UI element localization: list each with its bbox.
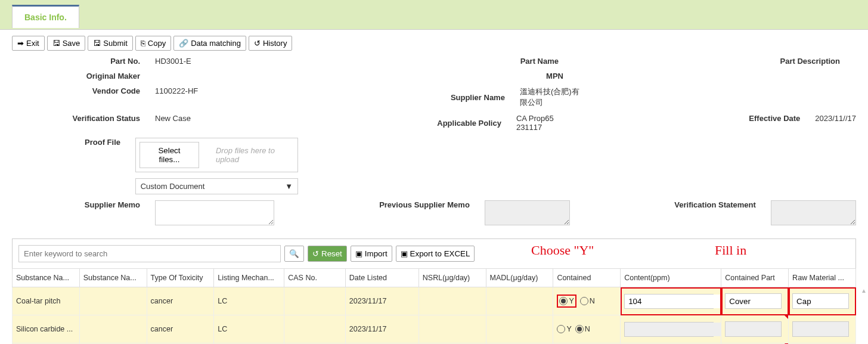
scroll-up-arrow[interactable]: ▲ [861, 287, 867, 294]
search-input[interactable] [18, 245, 281, 262]
label-part-no: Part No. [12, 57, 155, 66]
reset-button[interactable]: ↺Reset [308, 246, 347, 262]
supplier-memo-input[interactable] [155, 200, 274, 225]
value-supplier-name: 溫迪科技(合肥)有限公司 [520, 86, 584, 108]
col-listing-mechanism[interactable]: Listing Mechan... [214, 269, 284, 287]
cell-madl [486, 315, 553, 343]
cell-toxicity: cancer [147, 287, 214, 315]
import-button[interactable]: ▣Import [351, 246, 392, 262]
grid-header-row: Substance Na... Substance Na... Type Of … [13, 269, 856, 287]
link-icon: 🔗 [179, 39, 188, 48]
select-files-button[interactable]: Select files... [140, 142, 199, 168]
chevron-down-icon: ▼ [285, 182, 293, 191]
label-supplier-memo: Supplier Memo [12, 200, 155, 209]
col-contained[interactable]: Contained [553, 269, 621, 287]
form-area: Part No.HD3001-E Part Name Part Descript… [0, 57, 868, 238]
label-verification-status: Verification Status [12, 114, 155, 123]
content-ppm-input[interactable] [625, 295, 721, 308]
cell-toxicity: cancer [147, 315, 214, 343]
cell-mechanism: LC [214, 287, 284, 315]
label-applicable-policy: Applicable Policy [284, 119, 516, 128]
table-row: Coal-tar pitch cancer LC 2023/11/17 Y N … [13, 287, 856, 315]
search-button[interactable]: 🔍 [284, 246, 304, 262]
submit-icon: 🖫 [93, 39, 101, 48]
submit-button[interactable]: 🖫Submit [88, 36, 132, 51]
raw-material-input[interactable] [792, 293, 849, 309]
raw-material-input [792, 321, 849, 337]
upload-group: Select files... Drop files here to uploa… [135, 138, 298, 172]
content-ppm-input-wrap: ▲▼ [624, 294, 714, 309]
cell-madl [486, 287, 553, 315]
col-contained-part[interactable]: Contained Part [721, 269, 789, 287]
contained-part-input[interactable] [725, 293, 782, 309]
label-original-maker: Original Maker [12, 72, 155, 80]
radio-n[interactable] [580, 297, 588, 305]
cell-name2 [79, 315, 147, 343]
data-matching-button[interactable]: 🔗Data matching [173, 36, 246, 51]
tab-bar: Basic Info. [0, 0, 868, 30]
cell-nsrl [418, 315, 486, 343]
value-vendor-code: 1100222-HF [155, 86, 198, 95]
exit-button[interactable]: ➡Exit [12, 36, 45, 51]
table-row: Silicon carbide ... cancer LC 2023/11/17… [13, 315, 856, 343]
label-vendor-code: Vendor Code [12, 86, 155, 95]
col-date-listed[interactable]: Date Listed [345, 269, 418, 287]
export-icon: ▣ [401, 249, 408, 258]
col-cas-no[interactable]: CAS No. [284, 269, 346, 287]
copy-icon: ⎘ [141, 39, 145, 48]
col-nsrl[interactable]: NSRL(μg/day) [418, 269, 486, 287]
cell-ppm: ▲▼ [621, 315, 721, 343]
cell-cas [284, 287, 346, 315]
col-substance-name-1[interactable]: Substance Na... [13, 269, 80, 287]
value-part-no: HD3001-E [155, 57, 191, 66]
drop-hint: Drop files here to upload [216, 146, 294, 164]
col-substance-name-2[interactable]: Substance Na... [79, 269, 147, 287]
tab-basic-info[interactable]: Basic Info. [12, 5, 79, 28]
save-button[interactable]: 🖫Save [47, 36, 86, 51]
label-supplier-name: Supplier Name [298, 93, 520, 102]
cell-cas [284, 315, 346, 343]
prev-supplier-memo [485, 200, 570, 225]
cell-date: 2023/11/17 [345, 315, 418, 343]
toolbar: ➡Exit 🖫Save 🖫Submit ⎘Copy 🔗Data matching… [0, 30, 868, 57]
col-type-toxicity[interactable]: Type Of Toxicity [147, 269, 214, 287]
cell-contained: Y N [553, 287, 621, 315]
value-applicable-policy: CA Prop65 231117 [516, 114, 570, 132]
cell-name: Coal-tar pitch [13, 287, 80, 315]
label-effective-date: Effective Date [570, 114, 815, 123]
history-button[interactable]: ↺History [249, 36, 292, 51]
grid-toolbar: 🔍 ↺Reset ▣Import ▣Export to EXCEL Choose… [12, 238, 856, 268]
copy-button[interactable]: ⎘Copy [135, 36, 171, 51]
search-icon: 🔍 [289, 249, 299, 258]
radio-y[interactable] [557, 325, 565, 333]
substance-grid: Substance Na... Substance Na... Type Of … [12, 268, 856, 344]
export-button[interactable]: ▣Export to EXCEL [396, 246, 475, 262]
cell-date: 2023/11/17 [345, 287, 418, 315]
cell-name2 [79, 287, 147, 315]
value-verification-status: New Case [155, 114, 191, 123]
cell-mechanism: LC [214, 315, 284, 343]
history-icon: ↺ [254, 39, 261, 48]
exit-icon: ➡ [17, 39, 24, 48]
col-raw-material[interactable]: Raw Material ... [789, 269, 856, 287]
col-madl[interactable]: MADL(μg/day) [486, 269, 553, 287]
content-ppm-input [625, 323, 721, 336]
doc-type-dropdown[interactable]: Custom Document ▼ [135, 178, 298, 194]
label-verification-statement: Verification Statement [570, 200, 771, 209]
reset-icon: ↺ [312, 249, 319, 258]
radio-y[interactable] [559, 297, 568, 305]
radio-n[interactable] [575, 325, 584, 333]
import-icon: ▣ [355, 249, 362, 258]
verification-statement [771, 200, 856, 225]
cell-name: Silicon carbide ... [13, 315, 80, 343]
save-icon: 🖫 [52, 39, 60, 48]
cell-raw [789, 287, 856, 315]
cell-part [721, 287, 789, 315]
cell-ppm: ▲▼ [621, 287, 721, 315]
label-part-name: Part Name [293, 57, 574, 66]
col-content-ppm[interactable]: Content(ppm) [621, 269, 721, 287]
cell-nsrl [418, 287, 486, 315]
label-part-desc: Part Description [575, 57, 855, 66]
cell-raw [789, 315, 856, 343]
value-effective-date: 2023/11//17 [815, 114, 856, 123]
